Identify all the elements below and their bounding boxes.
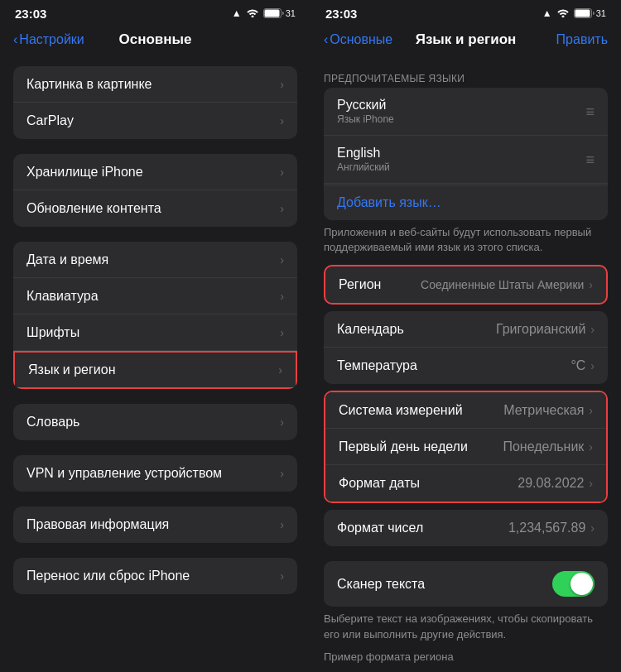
chevron-icon: › <box>278 363 282 377</box>
chevron-icon: › <box>280 415 284 429</box>
list-item[interactable]: CarPlay › <box>13 103 297 139</box>
left-group-3: Дата и время › Клавиатура › Шрифты › Язы… <box>13 242 297 389</box>
left-panel: 23:03 ▲ 31 ‹ Настройки Основные <box>0 0 310 672</box>
right-panel: 23:03 ▲ 31 ‹ Основные Язык и рег <box>310 0 621 672</box>
battery-icon: 31 <box>263 8 296 18</box>
drag-handle-icon[interactable]: ≡ <box>585 152 595 167</box>
region-item-container: Регион Соединенные Штаты Америки › <box>324 265 608 305</box>
left-group-4: Словарь › <box>13 404 297 440</box>
list-item[interactable]: Хранилище iPhone › <box>13 154 297 190</box>
calendar-temp-group: Календарь Григорианский › Температура °C… <box>324 311 608 384</box>
list-item[interactable]: Шрифты › <box>13 314 297 351</box>
add-language-item[interactable]: Добавить язык… <box>324 184 608 220</box>
right-back-button[interactable]: ‹ Основные <box>324 32 392 47</box>
left-group-6: Правовая информация › <box>13 506 297 543</box>
left-group-7: Перенос или сброс iPhone › <box>13 558 297 594</box>
scanner-item[interactable]: Сканер текста <box>324 561 608 607</box>
right-time: 23:03 <box>325 7 357 21</box>
chevron-icon: › <box>280 569 284 583</box>
chevron-icon: › <box>589 440 593 454</box>
signal-icon: ▲ <box>542 7 552 19</box>
wifi-icon <box>556 7 570 20</box>
chevron-icon: › <box>589 477 593 490</box>
chevron-icon: › <box>280 202 284 215</box>
chevron-icon: › <box>590 521 595 535</box>
scanner-description: Выберите текст на изображениях, чтобы ск… <box>310 607 621 645</box>
chevron-icon: › <box>280 114 284 127</box>
add-language-link[interactable]: Добавить язык… <box>324 185 608 220</box>
left-time: 23:03 <box>15 7 46 21</box>
list-item[interactable]: Перенос или сброс iPhone › <box>13 558 297 594</box>
language-list: Русский Язык iPhone ≡ English Английский… <box>324 88 608 220</box>
back-chevron-icon: ‹ <box>13 32 17 47</box>
back-chevron-icon: ‹ <box>324 32 328 47</box>
svg-rect-1 <box>264 10 279 17</box>
list-item[interactable]: Словарь › <box>13 404 297 440</box>
left-group-2: Хранилище iPhone › Обновление контента › <box>13 154 297 227</box>
list-item[interactable]: Картинка в картинке › <box>13 66 297 103</box>
bottom-hint: Пример формата региона <box>310 646 621 666</box>
section-label-languages: ПРЕДПОЧИТАЕМЫЕ ЯЗЫКИ <box>310 66 621 88</box>
date-format-item[interactable]: Формат даты 29.08.2022 › <box>325 465 606 502</box>
battery-level: 31 <box>286 8 296 18</box>
left-back-label: Настройки <box>19 32 84 47</box>
left-group-1: Картинка в картинке › CarPlay › <box>13 66 297 139</box>
right-status-icons: ▲ 31 <box>542 7 606 20</box>
measurements-group: Система измерений Метрическая › Первый д… <box>324 391 608 503</box>
right-back-label: Основные <box>330 32 392 47</box>
scanner-toggle[interactable] <box>552 571 595 597</box>
region-item[interactable]: Регион Соединенные Штаты Америки › <box>325 266 606 303</box>
language-description: Приложения и веб-сайты будут использоват… <box>310 220 621 265</box>
chevron-icon: › <box>590 359 595 372</box>
list-item[interactable]: Клавиатура › <box>13 278 297 314</box>
list-item[interactable]: Дата и время › <box>13 242 297 278</box>
edit-button[interactable]: Править <box>556 32 608 47</box>
chevron-icon: › <box>590 323 595 336</box>
signal-icon: ▲ <box>232 7 242 19</box>
svg-rect-3 <box>575 10 590 17</box>
right-battery-level: 31 <box>596 8 606 18</box>
wifi-icon <box>246 7 259 20</box>
chevron-icon: › <box>280 518 284 531</box>
scanner-group: Сканер текста <box>324 561 608 607</box>
chevron-icon: › <box>280 253 284 266</box>
battery-icon: 31 <box>574 8 606 18</box>
chevron-icon: › <box>589 404 593 417</box>
toggle-knob <box>570 573 593 595</box>
left-group-5: VPN и управление устройством › <box>13 455 297 492</box>
drag-handle-icon[interactable]: ≡ <box>585 104 595 119</box>
number-format-item[interactable]: Формат чисел 1,234,567.89 › <box>324 510 608 546</box>
temperature-item[interactable]: Температура °C › <box>324 348 608 384</box>
list-item[interactable]: Обновление контента › <box>13 190 297 227</box>
chevron-icon: › <box>589 278 593 291</box>
right-nav-bar: ‹ Основные Язык и регион Править <box>310 23 621 60</box>
left-nav-bar: ‹ Настройки Основные <box>0 23 310 60</box>
language-item-english[interactable]: English Английский ≡ <box>324 136 608 184</box>
list-item[interactable]: Правовая информация › <box>13 506 297 543</box>
right-status-bar: 23:03 ▲ 31 <box>310 0 621 23</box>
list-item[interactable]: VPN и управление устройством › <box>13 455 297 492</box>
measurement-system-item[interactable]: Система измерений Метрическая › <box>325 392 606 429</box>
number-format-group: Формат чисел 1,234,567.89 › <box>324 510 608 546</box>
chevron-icon: › <box>280 326 284 339</box>
left-status-icons: ▲ 31 <box>232 7 296 20</box>
chevron-icon: › <box>280 467 284 480</box>
language-item-russian[interactable]: Русский Язык iPhone ≡ <box>324 88 608 136</box>
language-region-item[interactable]: Язык и регион › <box>13 351 297 389</box>
chevron-icon: › <box>280 290 284 303</box>
left-back-button[interactable]: ‹ Настройки <box>13 32 84 47</box>
left-status-bar: 23:03 ▲ 31 <box>0 0 310 23</box>
chevron-icon: › <box>280 78 284 91</box>
calendar-item[interactable]: Календарь Григорианский › <box>324 311 608 348</box>
first-weekday-item[interactable]: Первый день недели Понедельник › <box>325 429 606 465</box>
right-nav-title: Язык и регион <box>416 31 517 48</box>
chevron-icon: › <box>280 166 284 179</box>
left-nav-title: Основные <box>118 31 191 48</box>
